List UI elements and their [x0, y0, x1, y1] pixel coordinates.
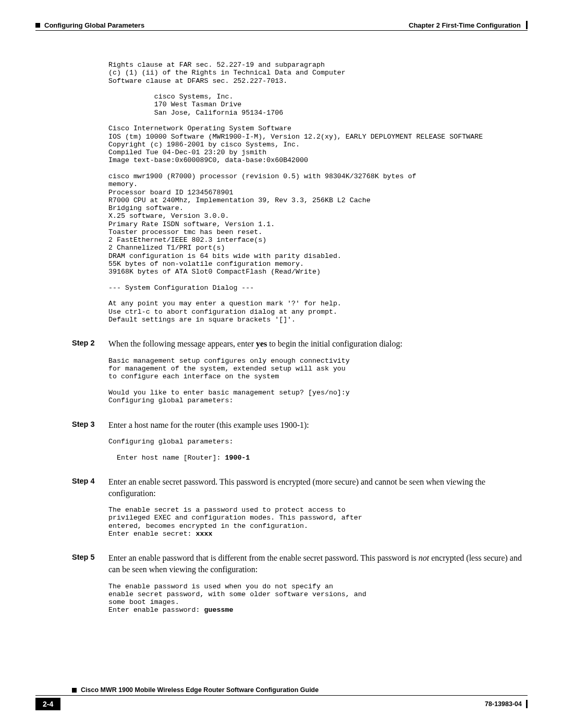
- text-pre: When the following message appears, ente…: [108, 339, 256, 348]
- square-icon: [72, 688, 77, 693]
- divider-icon: [526, 700, 528, 708]
- step-4: Step 4 Enter an enable secret password. …: [108, 476, 528, 538]
- square-icon: [35, 23, 40, 28]
- terminal-output-3: Configuring global parameters: Enter hos…: [108, 438, 528, 462]
- footer-title-row: Cisco MWR 1900 Mobile Wireless Edge Rout…: [72, 686, 528, 694]
- chapter-title: Chapter 2 First-Time Configuration: [409, 21, 521, 29]
- step-row: Step 3 Enter a host name for the router …: [108, 419, 528, 431]
- text-bold: yes: [256, 339, 267, 348]
- step-label: Step 5: [72, 552, 108, 563]
- step-row: Step 5 Enter an enable password that is …: [108, 552, 528, 575]
- header-left: Configuring Global Parameters: [35, 21, 144, 29]
- text-pre: Enter an enable password that is differe…: [108, 553, 419, 562]
- step-text: Enter a host name for the router (this e…: [108, 419, 528, 431]
- header-right: Chapter 2 First-Time Configuration: [409, 21, 528, 29]
- terminal-output-1: Rights clause at FAR sec. 52.227-19 and …: [108, 61, 528, 324]
- step-text: When the following message appears, ente…: [108, 338, 528, 350]
- section-title: Configuring Global Parameters: [44, 21, 144, 29]
- divider-icon: [526, 21, 528, 29]
- step-label: Step 4: [72, 476, 108, 487]
- step-text: Enter an enable secret password. This pa…: [108, 476, 528, 499]
- doc-number-text: 78-13983-04: [485, 700, 522, 708]
- code-pre: Configuring global parameters: Enter hos…: [108, 438, 233, 462]
- code-bold: xxxx: [196, 530, 213, 538]
- step-text: Enter an enable password that is differe…: [108, 552, 528, 575]
- running-header: Configuring Global Parameters Chapter 2 …: [35, 21, 528, 29]
- step-5: Step 5 Enter an enable password that is …: [108, 552, 528, 614]
- page-number: 2-4: [35, 698, 60, 710]
- body-content: Rights clause at FAR sec. 52.227-19 and …: [108, 61, 528, 614]
- step-row: Step 2 When the following message appear…: [108, 338, 528, 350]
- code-bold: 1900-1: [225, 454, 250, 462]
- text-post: to begin the initial configuration dialo…: [267, 339, 402, 348]
- step-2: Step 2 When the following message appear…: [108, 338, 528, 404]
- code-pre: The enable password is used when you do …: [108, 583, 366, 614]
- footer-bottom: 2-4 78-13983-04: [35, 698, 528, 710]
- terminal-output-4: The enable secret is a password used to …: [108, 506, 528, 538]
- text-italic: not: [419, 553, 429, 562]
- footer: Cisco MWR 1900 Mobile Wireless Edge Rout…: [35, 686, 528, 710]
- footer-rule: [35, 695, 528, 696]
- step-3: Step 3 Enter a host name for the router …: [108, 419, 528, 462]
- step-row: Step 4 Enter an enable secret password. …: [108, 476, 528, 499]
- footer-guide-title: Cisco MWR 1900 Mobile Wireless Edge Rout…: [81, 686, 319, 694]
- terminal-output-2: Basic management setup configures only e…: [108, 357, 528, 405]
- terminal-output-5: The enable password is used when you do …: [108, 583, 528, 614]
- header-rule: [35, 30, 528, 31]
- step-label: Step 3: [72, 419, 108, 430]
- code-pre: The enable secret is a password used to …: [108, 506, 362, 538]
- step-label: Step 2: [72, 338, 108, 349]
- doc-number: 78-13983-04: [485, 700, 528, 708]
- page: Configuring Global Parameters Chapter 2 …: [0, 0, 563, 728]
- code-bold: guessme: [204, 606, 234, 614]
